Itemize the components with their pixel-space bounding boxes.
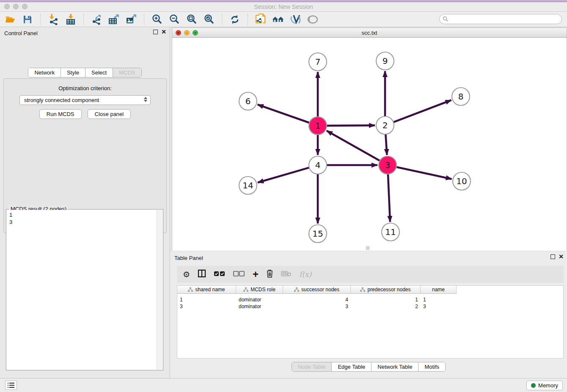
- graph-node-label-1: 1: [315, 121, 321, 131]
- optimization-criterion-label: Optimization criterion:: [4, 85, 166, 91]
- cell-predecessor-nodes[interactable]: 2: [351, 303, 421, 310]
- graph-edge-2-8[interactable]: [394, 100, 451, 122]
- graph-edge-3-10[interactable]: [396, 167, 452, 179]
- cell-predecessor-nodes[interactable]: 1: [351, 296, 421, 303]
- cell-mcds-role[interactable]: dominator: [236, 303, 283, 310]
- cell-name[interactable]: 3: [421, 303, 457, 310]
- tab-network[interactable]: Network: [28, 68, 61, 77]
- deselect-all-icon[interactable]: [233, 271, 245, 278]
- new-network-icon[interactable]: [255, 14, 267, 25]
- network-canvas[interactable]: 1234678910111415: [172, 38, 567, 251]
- control-panel-title: Control Panel: [4, 30, 38, 36]
- import-network-icon[interactable]: [47, 14, 59, 25]
- select-all-icon[interactable]: [214, 271, 226, 278]
- control-panel-tabs: Network Style Select MCDS: [28, 68, 141, 77]
- task-history-button[interactable]: [5, 381, 17, 390]
- column-header-mcds-role[interactable]: MCDS role: [236, 286, 283, 293]
- column-header-successor-nodes[interactable]: successor nodes: [283, 286, 351, 293]
- graph-node-label-2: 2: [383, 120, 388, 130]
- toolbar-separator: [222, 14, 222, 25]
- table-row[interactable]: 1 dominator 4 1 1: [177, 296, 457, 303]
- graph-edge-1-2[interactable]: [327, 125, 375, 126]
- criterion-select[interactable]: strongly connected component: [19, 95, 151, 105]
- tree-icon: [360, 287, 365, 292]
- column-header-shared-name[interactable]: shared name: [177, 286, 236, 293]
- eye-icon[interactable]: [307, 14, 319, 25]
- home-icon[interactable]: [272, 14, 284, 25]
- toolbar-separator: [40, 14, 41, 25]
- zoom-in-icon[interactable]: [151, 14, 163, 25]
- mcds-result-text[interactable]: 1 3: [7, 210, 157, 370]
- tab-select[interactable]: Select: [85, 68, 113, 77]
- tab-node-table[interactable]: Node Table: [292, 362, 332, 371]
- result-scrollbar[interactable]: [157, 210, 162, 370]
- graph-edge-1-6[interactable]: [258, 105, 310, 123]
- open-session-icon[interactable]: [4, 14, 16, 25]
- graph-node-label-10: 10: [456, 176, 467, 186]
- run-mcds-button[interactable]: Run MCDS: [39, 109, 82, 119]
- close-table-panel-icon[interactable]: ✕: [559, 254, 564, 259]
- tab-mcds[interactable]: MCDS: [113, 68, 141, 77]
- canvas-resize-grip[interactable]: [366, 246, 369, 250]
- export-network-icon[interactable]: [91, 14, 102, 25]
- criterion-select-value: strongly connected component: [24, 97, 99, 103]
- toolbar-separator: [144, 14, 144, 25]
- tab-edge-table[interactable]: Edge Table: [331, 362, 371, 371]
- export-table-icon[interactable]: [108, 14, 120, 25]
- column-header-name[interactable]: name: [421, 286, 457, 293]
- network-window-titlebar[interactable]: ✕ − + scc.txt: [172, 28, 567, 38]
- cell-shared-name[interactable]: 3: [177, 303, 236, 310]
- column-layout-icon[interactable]: [198, 269, 206, 279]
- export-image-icon[interactable]: [125, 14, 137, 25]
- cell-mcds-role[interactable]: dominator: [236, 296, 283, 303]
- function-builder-icon: f(x): [299, 270, 311, 279]
- tree-icon: [188, 287, 193, 292]
- cell-successor-nodes[interactable]: 3: [283, 303, 351, 310]
- graph-node-label-11: 11: [385, 227, 396, 237]
- zoom-fit-icon[interactable]: [186, 14, 198, 25]
- close-panel-icon[interactable]: ✕: [161, 30, 166, 34]
- delete-icon[interactable]: [266, 269, 273, 279]
- tab-network-table[interactable]: Network Table: [371, 362, 418, 371]
- zoom-out-icon[interactable]: [168, 14, 180, 25]
- table-header-row: shared name MCDS role successor nodes pr…: [177, 286, 457, 294]
- table-row[interactable]: 3 dominator 3 2 3: [177, 303, 457, 310]
- network-window: ✕ − + scc.txt 1234678910111415: [172, 28, 567, 251]
- node-table[interactable]: shared name MCDS role successor nodes pr…: [177, 285, 564, 359]
- search-icon: [443, 16, 449, 24]
- float-table-panel-icon[interactable]: [550, 254, 555, 259]
- memory-button[interactable]: Memory: [526, 381, 563, 390]
- status-bar: Memory: [0, 378, 567, 392]
- zoom-selected-icon[interactable]: [203, 14, 215, 25]
- save-session-icon[interactable]: [22, 14, 33, 25]
- graph-edge-2-3[interactable]: [385, 134, 387, 155]
- cell-name[interactable]: 1: [421, 296, 457, 303]
- graph-node-label-8: 8: [458, 91, 464, 102]
- graph-node-label-7: 7: [315, 57, 321, 67]
- table-tabs: Node Table Edge Table Network Table Moti…: [292, 362, 446, 372]
- graph-edge-3-11[interactable]: [388, 174, 390, 222]
- cell-shared-name[interactable]: 1: [177, 296, 236, 303]
- add-column-icon[interactable]: +: [253, 270, 259, 279]
- gear-icon[interactable]: ⚙: [183, 270, 190, 279]
- network-graph[interactable]: 1234678910111415: [172, 38, 567, 251]
- graph-edge-3-1[interactable]: [327, 131, 380, 161]
- cytoscape-app: Session: New Session: [0, 0, 567, 392]
- tab-style[interactable]: Style: [61, 68, 85, 77]
- tab-motifs[interactable]: Motifs: [418, 362, 445, 371]
- import-table-icon[interactable]: [65, 14, 77, 25]
- close-panel-button[interactable]: Close panel: [88, 109, 131, 119]
- graph-node-label-3: 3: [385, 160, 391, 170]
- layout-refresh-icon[interactable]: [229, 14, 241, 25]
- graph-node-label-9: 9: [383, 56, 388, 66]
- graph-edge-4-14[interactable]: [258, 168, 309, 182]
- memory-label: Memory: [538, 382, 558, 389]
- graph-node-label-6: 6: [245, 96, 251, 106]
- float-panel-icon[interactable]: [153, 30, 158, 34]
- cell-successor-nodes[interactable]: 4: [283, 296, 351, 303]
- column-header-predecessor-nodes[interactable]: predecessor nodes: [351, 286, 421, 293]
- chevron-up-down-icon: [144, 97, 147, 102]
- toolbar-separator: [248, 14, 248, 25]
- search-input[interactable]: [439, 14, 562, 24]
- visual-style-icon[interactable]: [289, 14, 301, 25]
